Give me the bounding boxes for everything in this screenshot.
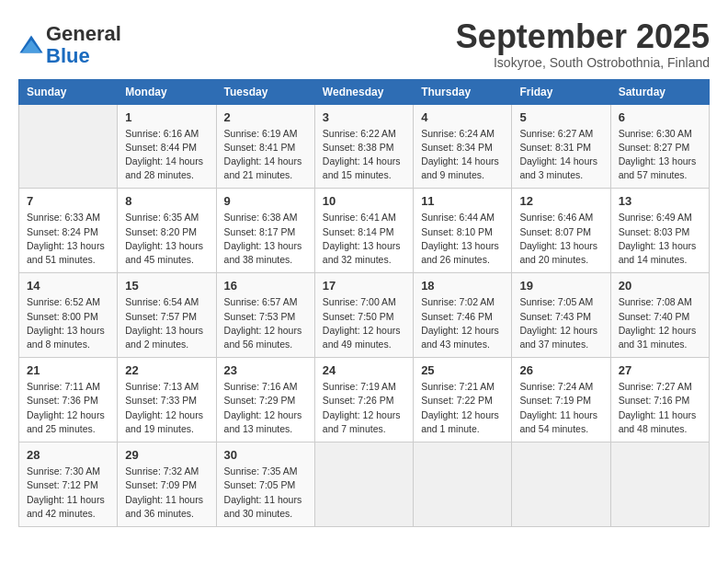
- day-info: Sunrise: 7:19 AM Sunset: 7:26 PM Dayligh…: [323, 380, 405, 436]
- calendar-cell: 26Sunrise: 7:24 AM Sunset: 7:19 PM Dayli…: [512, 358, 610, 442]
- calendar-cell: 21Sunrise: 7:11 AM Sunset: 7:36 PM Dayli…: [19, 358, 118, 442]
- day-info: Sunrise: 6:22 AM Sunset: 8:38 PM Dayligh…: [323, 127, 405, 183]
- day-number: 9: [224, 194, 307, 208]
- calendar-week-row: 1Sunrise: 6:16 AM Sunset: 8:44 PM Daylig…: [19, 104, 710, 189]
- day-info: Sunrise: 7:35 AM Sunset: 7:05 PM Dayligh…: [224, 465, 307, 521]
- day-info: Sunrise: 6:35 AM Sunset: 8:20 PM Dayligh…: [125, 211, 208, 267]
- calendar-cell: [610, 442, 709, 527]
- weekday-header-tuesday: Tuesday: [216, 79, 314, 104]
- day-info: Sunrise: 6:44 AM Sunset: 8:10 PM Dayligh…: [421, 211, 504, 267]
- day-number: 10: [323, 194, 405, 208]
- day-info: Sunrise: 7:27 AM Sunset: 7:16 PM Dayligh…: [619, 380, 701, 436]
- calendar-cell: 8Sunrise: 6:35 AM Sunset: 8:20 PM Daylig…: [118, 189, 216, 273]
- calendar-cell: 2Sunrise: 6:19 AM Sunset: 8:41 PM Daylig…: [216, 104, 314, 189]
- logo-icon: [18, 32, 44, 58]
- weekday-header-saturday: Saturday: [610, 79, 709, 104]
- calendar-cell: 7Sunrise: 6:33 AM Sunset: 8:24 PM Daylig…: [19, 189, 118, 273]
- day-info: Sunrise: 6:49 AM Sunset: 8:03 PM Dayligh…: [619, 211, 701, 267]
- calendar-cell: [19, 104, 118, 189]
- calendar-cell: 29Sunrise: 7:32 AM Sunset: 7:09 PM Dayli…: [118, 442, 216, 527]
- weekday-header-thursday: Thursday: [414, 79, 512, 104]
- day-info: Sunrise: 6:33 AM Sunset: 8:24 PM Dayligh…: [27, 211, 109, 267]
- calendar-cell: 1Sunrise: 6:16 AM Sunset: 8:44 PM Daylig…: [118, 104, 216, 189]
- calendar-header-row: SundayMondayTuesdayWednesdayThursdayFrid…: [19, 79, 710, 104]
- day-info: Sunrise: 6:52 AM Sunset: 8:00 PM Dayligh…: [27, 295, 109, 351]
- calendar-cell: 10Sunrise: 6:41 AM Sunset: 8:14 PM Dayli…: [314, 189, 413, 273]
- day-number: 22: [125, 363, 208, 377]
- title-block: September 2025 Isokyroe, South Ostroboth…: [456, 18, 710, 70]
- day-number: 17: [323, 279, 405, 293]
- day-info: Sunrise: 6:54 AM Sunset: 7:57 PM Dayligh…: [125, 295, 208, 351]
- day-info: Sunrise: 6:57 AM Sunset: 7:53 PM Dayligh…: [224, 295, 307, 351]
- day-number: 18: [421, 279, 504, 293]
- day-info: Sunrise: 6:27 AM Sunset: 8:31 PM Dayligh…: [519, 127, 602, 183]
- day-number: 24: [323, 363, 405, 377]
- location-subtitle: Isokyroe, South Ostrobothnia, Finland: [456, 55, 710, 70]
- day-info: Sunrise: 6:30 AM Sunset: 8:27 PM Dayligh…: [619, 127, 701, 183]
- calendar-cell: 25Sunrise: 7:21 AM Sunset: 7:22 PM Dayli…: [414, 358, 512, 442]
- day-number: 27: [619, 363, 701, 377]
- day-number: 5: [519, 110, 602, 124]
- header: General Blue September 2025 Isokyroe, So…: [18, 18, 710, 70]
- calendar-cell: 11Sunrise: 6:44 AM Sunset: 8:10 PM Dayli…: [414, 189, 512, 273]
- day-number: 4: [421, 110, 504, 124]
- calendar-cell: 23Sunrise: 7:16 AM Sunset: 7:29 PM Dayli…: [216, 358, 314, 442]
- day-info: Sunrise: 7:13 AM Sunset: 7:33 PM Dayligh…: [125, 380, 208, 436]
- day-number: 3: [323, 110, 405, 124]
- weekday-header-friday: Friday: [512, 79, 610, 104]
- day-info: Sunrise: 7:05 AM Sunset: 7:43 PM Dayligh…: [519, 295, 602, 351]
- calendar-cell: 19Sunrise: 7:05 AM Sunset: 7:43 PM Dayli…: [512, 273, 610, 358]
- calendar-cell: 27Sunrise: 7:27 AM Sunset: 7:16 PM Dayli…: [610, 358, 709, 442]
- day-number: 19: [519, 279, 602, 293]
- calendar-cell: 20Sunrise: 7:08 AM Sunset: 7:40 PM Dayli…: [610, 273, 709, 358]
- calendar-cell: 14Sunrise: 6:52 AM Sunset: 8:00 PM Dayli…: [19, 273, 118, 358]
- calendar-cell: 13Sunrise: 6:49 AM Sunset: 8:03 PM Dayli…: [610, 189, 709, 273]
- calendar-cell: 9Sunrise: 6:38 AM Sunset: 8:17 PM Daylig…: [216, 189, 314, 273]
- day-number: 16: [224, 279, 307, 293]
- day-number: 15: [125, 279, 208, 293]
- day-number: 1: [125, 110, 208, 124]
- calendar-cell: 24Sunrise: 7:19 AM Sunset: 7:26 PM Dayli…: [314, 358, 413, 442]
- calendar-cell: 6Sunrise: 6:30 AM Sunset: 8:27 PM Daylig…: [610, 104, 709, 189]
- day-number: 13: [619, 194, 701, 208]
- day-info: Sunrise: 7:08 AM Sunset: 7:40 PM Dayligh…: [619, 295, 701, 351]
- day-info: Sunrise: 6:46 AM Sunset: 8:07 PM Dayligh…: [519, 211, 602, 267]
- day-number: 12: [519, 194, 602, 208]
- calendar-cell: [314, 442, 413, 527]
- weekday-header-wednesday: Wednesday: [314, 79, 413, 104]
- day-info: Sunrise: 7:32 AM Sunset: 7:09 PM Dayligh…: [125, 465, 208, 521]
- month-title: September 2025: [456, 18, 710, 55]
- day-info: Sunrise: 6:38 AM Sunset: 8:17 PM Dayligh…: [224, 211, 307, 267]
- day-number: 29: [125, 448, 208, 462]
- day-info: Sunrise: 7:16 AM Sunset: 7:29 PM Dayligh…: [224, 380, 307, 436]
- calendar-cell: 12Sunrise: 6:46 AM Sunset: 8:07 PM Dayli…: [512, 189, 610, 273]
- calendar-cell: 28Sunrise: 7:30 AM Sunset: 7:12 PM Dayli…: [19, 442, 118, 527]
- calendar-table: SundayMondayTuesdayWednesdayThursdayFrid…: [18, 79, 710, 527]
- day-number: 28: [27, 448, 109, 462]
- day-number: 25: [421, 363, 504, 377]
- calendar-cell: 17Sunrise: 7:00 AM Sunset: 7:50 PM Dayli…: [314, 273, 413, 358]
- calendar-cell: 5Sunrise: 6:27 AM Sunset: 8:31 PM Daylig…: [512, 104, 610, 189]
- day-info: Sunrise: 6:16 AM Sunset: 8:44 PM Dayligh…: [125, 127, 208, 183]
- day-number: 8: [125, 194, 208, 208]
- calendar-week-row: 28Sunrise: 7:30 AM Sunset: 7:12 PM Dayli…: [19, 442, 710, 527]
- day-number: 11: [421, 194, 504, 208]
- calendar-cell: 30Sunrise: 7:35 AM Sunset: 7:05 PM Dayli…: [216, 442, 314, 527]
- day-info: Sunrise: 6:41 AM Sunset: 8:14 PM Dayligh…: [323, 211, 405, 267]
- day-number: 14: [27, 279, 109, 293]
- day-number: 21: [27, 363, 109, 377]
- weekday-header-sunday: Sunday: [19, 79, 118, 104]
- calendar-cell: 15Sunrise: 6:54 AM Sunset: 7:57 PM Dayli…: [118, 273, 216, 358]
- day-info: Sunrise: 7:11 AM Sunset: 7:36 PM Dayligh…: [27, 380, 109, 436]
- day-info: Sunrise: 7:21 AM Sunset: 7:22 PM Dayligh…: [421, 380, 504, 436]
- day-number: 26: [519, 363, 602, 377]
- calendar-cell: [414, 442, 512, 527]
- day-number: 23: [224, 363, 307, 377]
- day-info: Sunrise: 7:00 AM Sunset: 7:50 PM Dayligh…: [323, 295, 405, 351]
- day-info: Sunrise: 7:30 AM Sunset: 7:12 PM Dayligh…: [27, 465, 109, 521]
- calendar-week-row: 21Sunrise: 7:11 AM Sunset: 7:36 PM Dayli…: [19, 358, 710, 442]
- day-number: 2: [224, 110, 307, 124]
- weekday-header-monday: Monday: [118, 79, 216, 104]
- calendar-cell: 4Sunrise: 6:24 AM Sunset: 8:34 PM Daylig…: [414, 104, 512, 189]
- calendar-cell: 18Sunrise: 7:02 AM Sunset: 7:46 PM Dayli…: [414, 273, 512, 358]
